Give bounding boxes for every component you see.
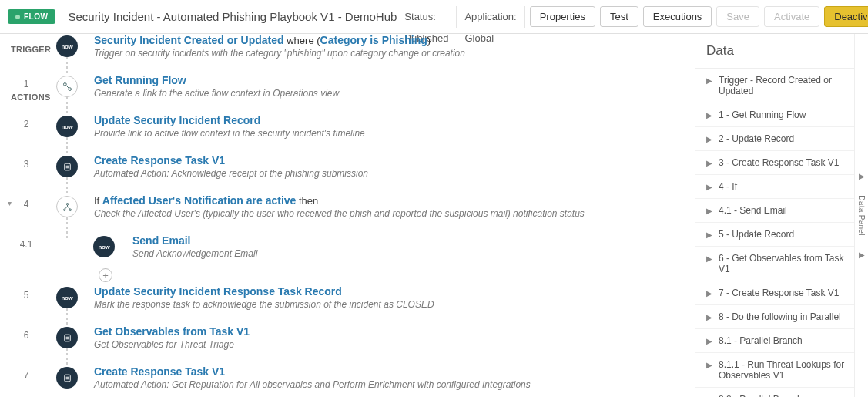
data-item-label: 2 - Update Record [719, 133, 846, 144]
step-number: 4 [17, 199, 35, 210]
chevron-right-icon: ▶ [706, 230, 712, 239]
flow-badge: FLOW [8, 9, 55, 24]
chevron-right-icon: ▶ [706, 159, 712, 167]
chevron-right-icon: ▶ [706, 361, 712, 369]
if-condition: Affected User's Notification are active [102, 194, 297, 207]
svg-point-5 [69, 209, 72, 211]
trigger-desc: Trigger on security incidents with the c… [94, 48, 679, 59]
step-3[interactable]: 3 Create Response Task V1 Automated Acti… [0, 154, 695, 179]
chevron-right-icon: ▶ [706, 207, 712, 215]
page-title: Security Incident - Automated Phishing P… [68, 10, 397, 23]
svg-point-3 [66, 203, 69, 205]
trigger-condition: Category is Phishing [320, 34, 427, 46]
data-panel-header: Data [695, 34, 854, 69]
data-item[interactable]: ▶4 - If [695, 175, 854, 199]
then-label: then [296, 195, 318, 207]
step-4-1[interactable]: 4.1 now Send Email Send Acknowledgement … [0, 234, 695, 259]
step-title: Get Running Flow [94, 74, 186, 86]
step-desc: Automated Action: Get Reputation for All… [94, 379, 679, 390]
data-item-label: 8 - Do the following in Parallel [719, 311, 846, 322]
data-item[interactable]: ▶8 - Do the following in Parallel [695, 305, 854, 329]
step-6[interactable]: 6 Get Observables from Task V1 Get Obser… [0, 325, 695, 350]
now-icon: now [56, 287, 78, 308]
data-item[interactable]: ▶6 - Get Observables from Task V1 [695, 247, 854, 281]
chevron-right-icon: ▶ [706, 111, 712, 119]
data-item[interactable]: ▶1 - Get Running Flow [695, 103, 854, 127]
data-item-label: 8.1 - Parallel Branch [719, 335, 846, 346]
step-number: 7 [17, 370, 35, 381]
data-item[interactable]: ▶2 - Update Record [695, 127, 854, 151]
data-item[interactable]: ▶4.1 - Send Email [695, 199, 854, 223]
chevron-right-icon: ▶ [706, 313, 712, 321]
data-item[interactable]: ▶5 - Update Record [695, 223, 854, 247]
now-icon: now [56, 116, 78, 137]
trigger-close: ) [427, 35, 431, 46]
branch-icon [56, 196, 78, 217]
task-icon [56, 156, 78, 177]
flow-icon [56, 76, 78, 97]
trigger-title-a: Security Incident Created or Updated [94, 34, 284, 46]
step-title: Send Email [132, 234, 190, 247]
application-label: Application: Global [457, 6, 524, 28]
step-number: 5 [17, 290, 35, 301]
collapse-arrow-icon[interactable]: ▶ [859, 251, 865, 259]
step-trigger[interactable]: now Security Incident Created or Updated… [0, 34, 695, 59]
data-item-label: 5 - Update Record [719, 229, 846, 240]
data-item-label: 8.1.1 - Run Threat Lookups for Observabl… [719, 359, 846, 381]
step-desc: Send Acknowledgement Email [132, 248, 679, 259]
data-item[interactable]: ▶8.2 - Parallel Branch [695, 388, 854, 397]
step-desc: Automated Action: Acknowledge receipt of… [94, 168, 679, 179]
now-icon: now [93, 236, 115, 257]
deactivate-button[interactable]: Deactivate [824, 6, 868, 27]
data-item-label: 4 - If [719, 181, 846, 192]
status-dot-icon [15, 15, 20, 19]
data-item[interactable]: ▶8.1.1 - Run Threat Lookups for Observab… [695, 353, 854, 388]
flow-canvas[interactable]: TRIGGER ACTIONS now Security Incident Cr… [0, 34, 695, 397]
step-1[interactable]: 1 Get Running Flow Generate a link to th… [0, 74, 695, 99]
step-2[interactable]: 2 now Update Security Incident Record Pr… [0, 114, 695, 139]
data-item-label: 8.2 - Parallel Branch [719, 394, 846, 397]
step-5[interactable]: 5 now Update Security Incident Response … [0, 285, 695, 310]
step-7[interactable]: 7 Create Response Task V1 Automated Acti… [0, 365, 695, 390]
svg-rect-6 [64, 335, 70, 341]
data-list[interactable]: ▶Trigger - Record Created or Updated ▶1 … [695, 69, 854, 397]
svg-rect-7 [64, 375, 70, 382]
flow-badge-label: FLOW [24, 12, 48, 21]
step-desc: Generate a link to the active flow conte… [94, 88, 679, 99]
collapse-caret-icon[interactable]: ▾ [8, 199, 12, 207]
step-desc: Get Observables for Threat Triage [94, 339, 679, 350]
chevron-right-icon: ▶ [706, 183, 712, 191]
data-item[interactable]: ▶Trigger - Record Created or Updated [695, 69, 854, 103]
step-desc: Provide link to active flow context in t… [94, 128, 679, 139]
rail-label: Data Panel [857, 195, 866, 235]
step-title: Create Response Task V1 [94, 365, 225, 378]
step-4-if[interactable]: ▾ 4 If Affected User's Notification are … [0, 194, 695, 219]
data-panel: Data ▶Trigger - Record Created or Update… [695, 34, 854, 397]
svg-rect-2 [64, 163, 70, 170]
task-icon [56, 367, 78, 389]
test-button[interactable]: Test [600, 6, 638, 27]
step-number: 1 [17, 79, 35, 89]
executions-button[interactable]: Executions [643, 6, 712, 27]
step-title: Get Observables from Task V1 [94, 325, 250, 338]
add-step-button[interactable]: + [99, 268, 112, 282]
chevron-right-icon: ▶ [706, 254, 712, 263]
data-item-label: 3 - Create Response Task V1 [719, 157, 846, 168]
step-number: 3 [17, 159, 35, 170]
data-item-label: 7 - Create Response Task V1 [719, 288, 846, 298]
now-icon: now [56, 35, 78, 57]
data-item-label: Trigger - Record Created or Updated [719, 75, 846, 96]
trigger-where: where ( [284, 35, 320, 46]
collapse-rail[interactable]: ▶ Data Panel ▶ [854, 34, 868, 397]
data-item[interactable]: ▶3 - Create Response Task V1 [695, 151, 854, 175]
step-title: Update Security Incident Record [94, 114, 260, 126]
task-icon [56, 327, 78, 348]
data-item[interactable]: ▶8.1 - Parallel Branch [695, 329, 854, 353]
data-item[interactable]: ▶7 - Create Response Task V1 [695, 281, 854, 305]
header-bar: FLOW Security Incident - Automated Phish… [0, 0, 868, 34]
properties-button[interactable]: Properties [530, 6, 595, 27]
save-button: Save [716, 6, 759, 27]
step-number: 2 [17, 119, 35, 130]
collapse-arrow-icon[interactable]: ▶ [859, 172, 865, 180]
chevron-right-icon: ▶ [706, 337, 712, 345]
